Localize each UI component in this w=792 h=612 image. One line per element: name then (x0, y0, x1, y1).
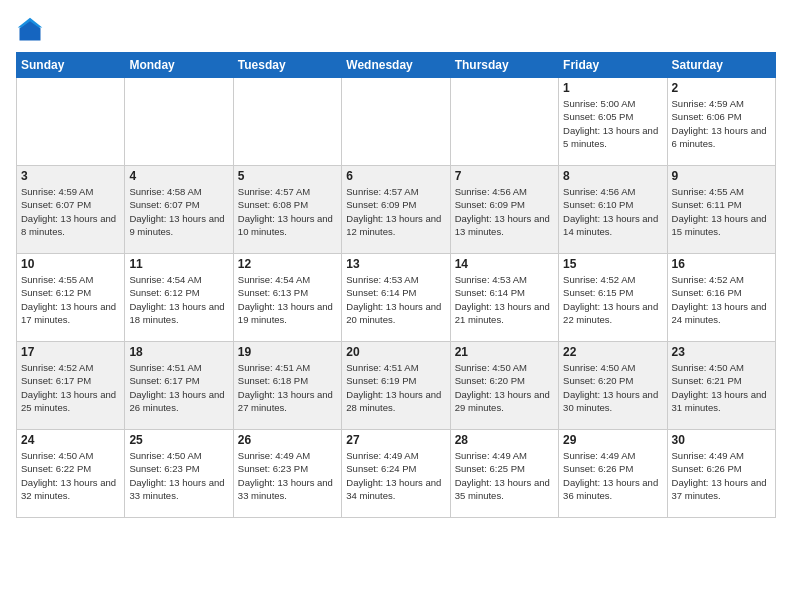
day-detail: Sunrise: 4:51 AMSunset: 6:17 PMDaylight:… (129, 361, 228, 414)
day-detail: Sunrise: 4:56 AMSunset: 6:09 PMDaylight:… (455, 185, 554, 238)
calendar-cell: 29Sunrise: 4:49 AMSunset: 6:26 PMDayligh… (559, 430, 667, 518)
calendar-cell: 11Sunrise: 4:54 AMSunset: 6:12 PMDayligh… (125, 254, 233, 342)
calendar-cell: 15Sunrise: 4:52 AMSunset: 6:15 PMDayligh… (559, 254, 667, 342)
day-number: 14 (455, 257, 554, 271)
calendar-cell: 5Sunrise: 4:57 AMSunset: 6:08 PMDaylight… (233, 166, 341, 254)
day-detail: Sunrise: 4:53 AMSunset: 6:14 PMDaylight:… (455, 273, 554, 326)
day-number: 12 (238, 257, 337, 271)
calendar-week-row: 17Sunrise: 4:52 AMSunset: 6:17 PMDayligh… (17, 342, 776, 430)
day-number: 29 (563, 433, 662, 447)
calendar-cell: 6Sunrise: 4:57 AMSunset: 6:09 PMDaylight… (342, 166, 450, 254)
day-number: 10 (21, 257, 120, 271)
calendar-cell (342, 78, 450, 166)
day-number: 24 (21, 433, 120, 447)
day-detail: Sunrise: 4:52 AMSunset: 6:16 PMDaylight:… (672, 273, 771, 326)
day-detail: Sunrise: 5:00 AMSunset: 6:05 PMDaylight:… (563, 97, 662, 150)
logo (16, 16, 48, 44)
day-number: 16 (672, 257, 771, 271)
day-detail: Sunrise: 4:55 AMSunset: 6:11 PMDaylight:… (672, 185, 771, 238)
calendar-cell: 19Sunrise: 4:51 AMSunset: 6:18 PMDayligh… (233, 342, 341, 430)
calendar-cell (125, 78, 233, 166)
calendar-cell (233, 78, 341, 166)
day-detail: Sunrise: 4:52 AMSunset: 6:15 PMDaylight:… (563, 273, 662, 326)
calendar-cell: 22Sunrise: 4:50 AMSunset: 6:20 PMDayligh… (559, 342, 667, 430)
svg-marker-0 (20, 20, 41, 41)
day-detail: Sunrise: 4:50 AMSunset: 6:21 PMDaylight:… (672, 361, 771, 414)
calendar-cell: 2Sunrise: 4:59 AMSunset: 6:06 PMDaylight… (667, 78, 775, 166)
calendar-cell: 16Sunrise: 4:52 AMSunset: 6:16 PMDayligh… (667, 254, 775, 342)
day-detail: Sunrise: 4:53 AMSunset: 6:14 PMDaylight:… (346, 273, 445, 326)
calendar-cell: 3Sunrise: 4:59 AMSunset: 6:07 PMDaylight… (17, 166, 125, 254)
day-detail: Sunrise: 4:54 AMSunset: 6:13 PMDaylight:… (238, 273, 337, 326)
calendar-cell: 17Sunrise: 4:52 AMSunset: 6:17 PMDayligh… (17, 342, 125, 430)
day-detail: Sunrise: 4:51 AMSunset: 6:18 PMDaylight:… (238, 361, 337, 414)
day-number: 21 (455, 345, 554, 359)
page-header (16, 16, 776, 44)
day-number: 11 (129, 257, 228, 271)
day-detail: Sunrise: 4:50 AMSunset: 6:23 PMDaylight:… (129, 449, 228, 502)
calendar-cell: 30Sunrise: 4:49 AMSunset: 6:26 PMDayligh… (667, 430, 775, 518)
column-header-tuesday: Tuesday (233, 53, 341, 78)
day-number: 17 (21, 345, 120, 359)
day-number: 27 (346, 433, 445, 447)
calendar-cell: 18Sunrise: 4:51 AMSunset: 6:17 PMDayligh… (125, 342, 233, 430)
column-header-saturday: Saturday (667, 53, 775, 78)
calendar-week-row: 1Sunrise: 5:00 AMSunset: 6:05 PMDaylight… (17, 78, 776, 166)
calendar-cell: 12Sunrise: 4:54 AMSunset: 6:13 PMDayligh… (233, 254, 341, 342)
day-detail: Sunrise: 4:59 AMSunset: 6:06 PMDaylight:… (672, 97, 771, 150)
calendar-cell: 27Sunrise: 4:49 AMSunset: 6:24 PMDayligh… (342, 430, 450, 518)
day-number: 20 (346, 345, 445, 359)
calendar-cell (450, 78, 558, 166)
day-number: 7 (455, 169, 554, 183)
day-detail: Sunrise: 4:57 AMSunset: 6:09 PMDaylight:… (346, 185, 445, 238)
day-number: 5 (238, 169, 337, 183)
calendar-cell: 14Sunrise: 4:53 AMSunset: 6:14 PMDayligh… (450, 254, 558, 342)
calendar-week-row: 10Sunrise: 4:55 AMSunset: 6:12 PMDayligh… (17, 254, 776, 342)
day-number: 22 (563, 345, 662, 359)
day-detail: Sunrise: 4:54 AMSunset: 6:12 PMDaylight:… (129, 273, 228, 326)
day-number: 1 (563, 81, 662, 95)
calendar-cell: 8Sunrise: 4:56 AMSunset: 6:10 PMDaylight… (559, 166, 667, 254)
calendar-header-row: SundayMondayTuesdayWednesdayThursdayFrid… (17, 53, 776, 78)
calendar-cell (17, 78, 125, 166)
calendar-cell: 21Sunrise: 4:50 AMSunset: 6:20 PMDayligh… (450, 342, 558, 430)
day-number: 30 (672, 433, 771, 447)
day-number: 28 (455, 433, 554, 447)
day-detail: Sunrise: 4:49 AMSunset: 6:25 PMDaylight:… (455, 449, 554, 502)
day-number: 23 (672, 345, 771, 359)
day-number: 19 (238, 345, 337, 359)
day-detail: Sunrise: 4:52 AMSunset: 6:17 PMDaylight:… (21, 361, 120, 414)
column-header-sunday: Sunday (17, 53, 125, 78)
day-number: 3 (21, 169, 120, 183)
day-number: 6 (346, 169, 445, 183)
calendar-cell: 26Sunrise: 4:49 AMSunset: 6:23 PMDayligh… (233, 430, 341, 518)
column-header-friday: Friday (559, 53, 667, 78)
calendar-cell: 4Sunrise: 4:58 AMSunset: 6:07 PMDaylight… (125, 166, 233, 254)
calendar-week-row: 3Sunrise: 4:59 AMSunset: 6:07 PMDaylight… (17, 166, 776, 254)
day-detail: Sunrise: 4:59 AMSunset: 6:07 PMDaylight:… (21, 185, 120, 238)
day-number: 15 (563, 257, 662, 271)
calendar-week-row: 24Sunrise: 4:50 AMSunset: 6:22 PMDayligh… (17, 430, 776, 518)
day-detail: Sunrise: 4:56 AMSunset: 6:10 PMDaylight:… (563, 185, 662, 238)
calendar-cell: 10Sunrise: 4:55 AMSunset: 6:12 PMDayligh… (17, 254, 125, 342)
day-detail: Sunrise: 4:49 AMSunset: 6:24 PMDaylight:… (346, 449, 445, 502)
day-detail: Sunrise: 4:50 AMSunset: 6:20 PMDaylight:… (455, 361, 554, 414)
calendar-table: SundayMondayTuesdayWednesdayThursdayFrid… (16, 52, 776, 518)
calendar-cell: 9Sunrise: 4:55 AMSunset: 6:11 PMDaylight… (667, 166, 775, 254)
day-number: 18 (129, 345, 228, 359)
logo-icon (16, 16, 44, 44)
day-detail: Sunrise: 4:50 AMSunset: 6:22 PMDaylight:… (21, 449, 120, 502)
day-number: 26 (238, 433, 337, 447)
day-detail: Sunrise: 4:57 AMSunset: 6:08 PMDaylight:… (238, 185, 337, 238)
day-number: 8 (563, 169, 662, 183)
column-header-wednesday: Wednesday (342, 53, 450, 78)
calendar-cell: 20Sunrise: 4:51 AMSunset: 6:19 PMDayligh… (342, 342, 450, 430)
calendar-cell: 7Sunrise: 4:56 AMSunset: 6:09 PMDaylight… (450, 166, 558, 254)
calendar-cell: 13Sunrise: 4:53 AMSunset: 6:14 PMDayligh… (342, 254, 450, 342)
day-number: 13 (346, 257, 445, 271)
calendar-cell: 25Sunrise: 4:50 AMSunset: 6:23 PMDayligh… (125, 430, 233, 518)
day-detail: Sunrise: 4:49 AMSunset: 6:23 PMDaylight:… (238, 449, 337, 502)
day-number: 2 (672, 81, 771, 95)
day-detail: Sunrise: 4:49 AMSunset: 6:26 PMDaylight:… (563, 449, 662, 502)
column-header-monday: Monday (125, 53, 233, 78)
